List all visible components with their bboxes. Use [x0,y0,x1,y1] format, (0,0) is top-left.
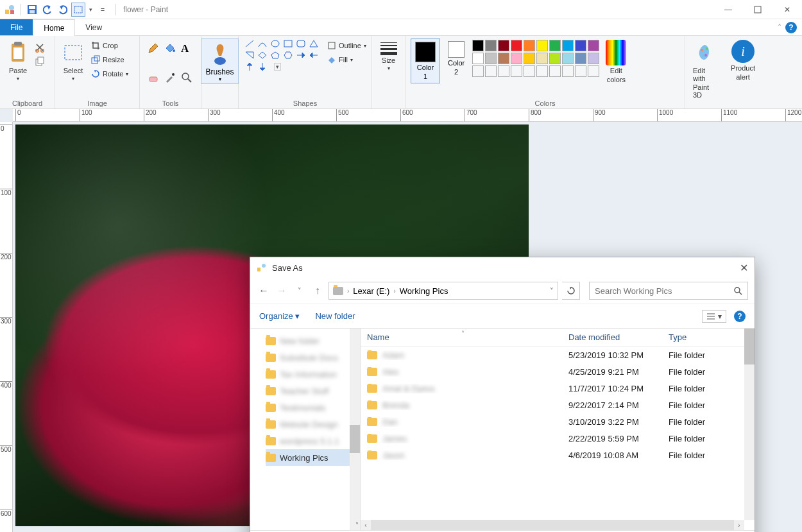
svg-rect-26 [284,40,292,47]
column-date[interactable]: Date modified [562,332,662,342]
svg-point-36 [704,54,707,56]
paste-button[interactable]: Paste▾ [5,39,31,83]
sort-asc-icon: ˄ [461,330,465,337]
svg-rect-2 [10,10,14,14]
refresh-icon[interactable] [562,282,580,300]
resize-button[interactable]: Resize [90,53,130,67]
svg-rect-17 [94,56,99,61]
color2-button[interactable]: Color2 [444,39,468,78]
view-options-button[interactable]: ▾ [702,310,726,323]
column-type[interactable]: Type [662,332,755,342]
minimize-button[interactable]: — [713,0,743,19]
table-row[interactable]: Dan3/10/2019 3:22 PMFile folder [361,413,755,430]
svg-point-23 [214,57,226,65]
shapes-gallery[interactable]: ▾ [244,39,320,72]
picker-icon[interactable] [164,72,176,83]
dialog-help-icon[interactable]: ? [734,311,746,322]
svg-rect-0 [5,10,9,14]
nav-history-icon[interactable]: ˅ [293,287,307,295]
table-row[interactable]: James2/22/2019 5:59 PMFile folder [361,430,755,447]
dialog-close-icon[interactable]: ✕ [740,262,748,274]
nav-forward-icon: → [275,285,289,296]
save-icon[interactable] [25,3,39,17]
svg-point-20 [172,73,175,76]
size-button[interactable]: Size▾ [377,39,401,73]
ribbon: Paste▾ Clipboard Select▾ Crop Resize Rot… [0,36,802,109]
product-alert-button[interactable]: iProductalert [728,39,758,82]
table-row[interactable]: Brenda9/22/2017 2:14 PMFile folder [361,397,755,413]
svg-marker-28 [310,40,318,47]
fill-button[interactable]: Fill ▾ [326,53,368,67]
table-row[interactable]: Amal & Dyess11/7/2017 10:24 PMFile folde… [361,380,755,397]
drive-icon [333,287,343,295]
title-bar: ▾ = flower - Paint — ✕ [0,0,802,19]
address-bar[interactable]: › Lexar (E:) › Working Pics ˅ [328,282,558,300]
svg-line-24 [246,40,253,47]
eraser-icon[interactable] [148,72,159,83]
crop-button[interactable]: Crop [90,39,130,53]
pencil-icon[interactable] [148,42,159,54]
search-icon [733,286,742,295]
svg-point-38 [262,264,266,268]
svg-rect-15 [65,46,81,60]
maximize-button[interactable] [743,0,772,19]
files-scrollbar-h[interactable]: ‹› [361,520,744,530]
organize-button[interactable]: Organize ▾ [259,311,300,321]
column-name[interactable]: Name [367,332,389,342]
palette-row-1[interactable] [472,40,599,51]
svg-rect-27 [297,40,305,47]
svg-marker-29 [246,52,253,58]
rotate-button[interactable]: Rotate ▾ [90,67,130,81]
select-button[interactable]: Select▾ [60,39,86,83]
palette-row-custom[interactable] [472,65,599,77]
address-dropdown-icon[interactable]: ˅ [550,287,554,295]
text-icon[interactable]: A [181,42,189,55]
breadcrumb-drive[interactable]: Lexar (E:) [353,286,389,296]
palette-row-2[interactable] [472,53,599,64]
group-colors-label: Colors [411,98,679,107]
nav-back-icon[interactable]: ← [257,285,271,296]
folder-tree[interactable]: New folder Substitute Docs Tax Informati… [250,329,361,530]
svg-rect-37 [257,268,260,271]
svg-rect-5 [30,10,35,13]
paint-mini-icon [257,262,267,273]
svg-marker-32 [284,52,292,58]
tab-file[interactable]: File [0,19,33,35]
brushes-button[interactable]: Brushes ▾ [201,39,238,84]
save-as-dialog: Save As ✕ ← → ˅ ↑ › Lexar (E:) › Working… [250,257,755,532]
table-row[interactable]: Adam5/23/2019 10:32 PMFile folder [361,347,755,363]
svg-point-34 [701,49,703,51]
close-button[interactable]: ✕ [772,0,802,19]
outline-button[interactable]: Outline ▾ [326,39,368,53]
color1-button[interactable]: Color1 [411,39,440,83]
file-list[interactable]: Name˄ Date modified Type Adam5/23/2019 1… [361,329,755,530]
bucket-icon[interactable] [164,42,176,54]
qat-dropdown-icon[interactable]: ▾ [87,3,94,17]
new-folder-button[interactable]: New folder [315,311,355,321]
ruler-horizontal: 0100200300400500600700800900100011001200 [13,109,802,122]
svg-rect-14 [38,57,44,64]
select-rect-icon[interactable] [71,3,85,17]
tab-home[interactable]: Home [33,19,75,36]
group-tools-label: Tools [145,98,196,107]
qat-equals-icon[interactable]: = [96,3,110,17]
app-name: Paint [151,5,168,14]
tree-scroll-down-icon[interactable]: ˅ [355,522,359,529]
redo-icon[interactable] [56,3,70,17]
paint3d-button[interactable]: Edit withPaint 3D [690,39,719,100]
table-row[interactable]: Alex4/25/2019 9:21 PMFile folder [361,363,755,380]
help-icon[interactable]: ? [785,22,797,33]
nav-up-icon[interactable]: ↑ [311,285,325,296]
copy-icon[interactable] [35,56,45,67]
cut-icon[interactable] [35,42,45,53]
breadcrumb-folder[interactable]: Working Pics [400,286,448,296]
tab-view[interactable]: View [75,19,112,35]
collapse-ribbon-icon[interactable]: ˄ [778,23,781,32]
svg-point-1 [9,5,14,10]
svg-point-39 [735,287,740,293]
edit-colors-button[interactable]: Editcolors [603,39,629,85]
magnifier-icon[interactable] [181,72,192,83]
table-row[interactable]: Jason4/6/2019 10:08 AMFile folder [361,447,755,463]
search-input[interactable]: Search Working Pics [589,282,748,300]
undo-icon[interactable] [40,3,55,17]
